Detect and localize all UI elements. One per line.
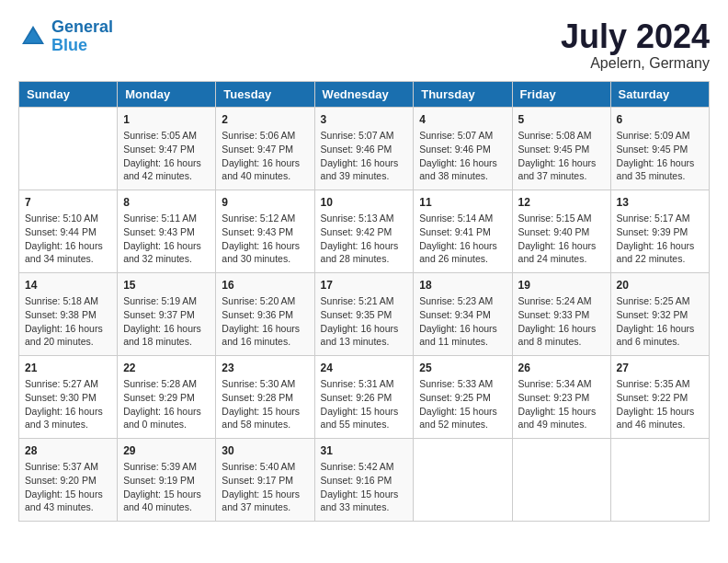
day-number: 25 (419, 361, 506, 376)
day-number: 22 (123, 361, 210, 376)
weekday-header-friday: Friday (512, 81, 610, 107)
calendar-cell: 31Sunrise: 5:42 AM Sunset: 9:16 PM Dayli… (314, 438, 414, 521)
calendar-cell: 17Sunrise: 5:21 AM Sunset: 9:35 PM Dayli… (314, 272, 414, 355)
calendar-cell (610, 438, 709, 521)
day-info: Sunrise: 5:25 AM Sunset: 9:32 PM Dayligh… (617, 294, 703, 349)
week-row-5: 28Sunrise: 5:37 AM Sunset: 9:20 PM Dayli… (19, 438, 710, 521)
day-number: 31 (321, 443, 408, 459)
day-number: 20 (617, 278, 703, 293)
day-number: 23 (222, 361, 308, 376)
weekday-header-tuesday: Tuesday (216, 81, 314, 107)
calendar-cell: 1Sunrise: 5:05 AM Sunset: 9:47 PM Daylig… (118, 107, 216, 190)
day-info: Sunrise: 5:37 AM Sunset: 9:20 PM Dayligh… (25, 460, 111, 514)
calendar-cell: 18Sunrise: 5:23 AM Sunset: 9:34 PM Dayli… (414, 272, 512, 355)
day-number: 7 (25, 195, 111, 211)
month-title: July 2024 (561, 18, 710, 55)
day-number: 28 (25, 443, 111, 459)
calendar-cell: 7Sunrise: 5:10 AM Sunset: 9:44 PM Daylig… (19, 190, 118, 272)
calendar-cell: 16Sunrise: 5:20 AM Sunset: 9:36 PM Dayli… (216, 272, 314, 355)
day-info: Sunrise: 5:06 AM Sunset: 9:47 PM Dayligh… (222, 129, 308, 183)
day-info: Sunrise: 5:17 AM Sunset: 9:39 PM Dayligh… (617, 212, 703, 266)
day-info: Sunrise: 5:19 AM Sunset: 9:37 PM Dayligh… (123, 294, 210, 349)
weekday-header-monday: Monday (118, 81, 216, 107)
day-info: Sunrise: 5:21 AM Sunset: 9:35 PM Dayligh… (321, 294, 408, 349)
day-number: 30 (222, 443, 308, 459)
day-number: 2 (222, 112, 308, 128)
calendar-cell: 5Sunrise: 5:08 AM Sunset: 9:45 PM Daylig… (512, 107, 610, 190)
day-info: Sunrise: 5:07 AM Sunset: 9:46 PM Dayligh… (419, 129, 506, 183)
day-number: 16 (222, 278, 308, 293)
calendar-cell: 30Sunrise: 5:40 AM Sunset: 9:17 PM Dayli… (216, 438, 314, 521)
week-row-4: 21Sunrise: 5:27 AM Sunset: 9:30 PM Dayli… (19, 355, 710, 438)
day-number: 27 (617, 361, 703, 376)
day-number: 24 (321, 361, 408, 376)
day-number: 19 (518, 278, 605, 293)
day-number: 14 (25, 278, 111, 293)
day-number: 9 (222, 195, 308, 211)
calendar-cell: 12Sunrise: 5:15 AM Sunset: 9:40 PM Dayli… (512, 190, 610, 272)
calendar-cell: 14Sunrise: 5:18 AM Sunset: 9:38 PM Dayli… (19, 272, 118, 355)
calendar-cell: 19Sunrise: 5:24 AM Sunset: 9:33 PM Dayli… (512, 272, 610, 355)
calendar-cell: 10Sunrise: 5:13 AM Sunset: 9:42 PM Dayli… (314, 190, 414, 272)
weekday-header-wednesday: Wednesday (314, 81, 414, 107)
calendar-cell: 8Sunrise: 5:11 AM Sunset: 9:43 PM Daylig… (118, 190, 216, 272)
day-number: 4 (419, 112, 506, 128)
title-block: July 2024 Apelern, Germany (561, 18, 710, 72)
day-info: Sunrise: 5:31 AM Sunset: 9:26 PM Dayligh… (321, 377, 408, 431)
calendar-cell (414, 438, 512, 521)
calendar-cell: 27Sunrise: 5:35 AM Sunset: 9:22 PM Dayli… (610, 355, 709, 438)
day-number: 8 (123, 195, 210, 211)
calendar-cell: 25Sunrise: 5:33 AM Sunset: 9:25 PM Dayli… (414, 355, 512, 438)
logo-icon (18, 22, 48, 52)
day-number: 18 (419, 278, 506, 293)
calendar-cell: 6Sunrise: 5:09 AM Sunset: 9:45 PM Daylig… (610, 107, 709, 190)
page-header: GeneralBlue July 2024 Apelern, Germany (18, 18, 710, 72)
calendar-cell: 26Sunrise: 5:34 AM Sunset: 9:23 PM Dayli… (512, 355, 610, 438)
weekday-header-sunday: Sunday (19, 81, 118, 107)
day-number: 6 (617, 112, 703, 128)
day-info: Sunrise: 5:40 AM Sunset: 9:17 PM Dayligh… (222, 460, 308, 514)
day-info: Sunrise: 5:28 AM Sunset: 9:29 PM Dayligh… (123, 377, 210, 431)
calendar-cell: 2Sunrise: 5:06 AM Sunset: 9:47 PM Daylig… (216, 107, 314, 190)
weekday-header-saturday: Saturday (610, 81, 709, 107)
day-info: Sunrise: 5:07 AM Sunset: 9:46 PM Dayligh… (321, 129, 408, 183)
weekday-header-thursday: Thursday (414, 81, 512, 107)
calendar-cell: 21Sunrise: 5:27 AM Sunset: 9:30 PM Dayli… (19, 355, 118, 438)
day-number: 29 (123, 443, 210, 459)
day-info: Sunrise: 5:13 AM Sunset: 9:42 PM Dayligh… (321, 212, 408, 266)
location-subtitle: Apelern, Germany (561, 55, 710, 72)
day-info: Sunrise: 5:15 AM Sunset: 9:40 PM Dayligh… (518, 212, 605, 266)
calendar-cell: 13Sunrise: 5:17 AM Sunset: 9:39 PM Dayli… (610, 190, 709, 272)
day-number: 21 (25, 361, 111, 376)
calendar-cell: 3Sunrise: 5:07 AM Sunset: 9:46 PM Daylig… (314, 107, 414, 190)
day-info: Sunrise: 5:33 AM Sunset: 9:25 PM Dayligh… (419, 377, 506, 431)
calendar-cell: 9Sunrise: 5:12 AM Sunset: 9:43 PM Daylig… (216, 190, 314, 272)
day-info: Sunrise: 5:08 AM Sunset: 9:45 PM Dayligh… (518, 129, 605, 183)
day-info: Sunrise: 5:09 AM Sunset: 9:45 PM Dayligh… (617, 129, 703, 183)
calendar-cell: 28Sunrise: 5:37 AM Sunset: 9:20 PM Dayli… (19, 438, 118, 521)
day-number: 11 (419, 195, 506, 211)
day-info: Sunrise: 5:05 AM Sunset: 9:47 PM Dayligh… (123, 129, 210, 183)
day-number: 13 (617, 195, 703, 211)
calendar-cell: 24Sunrise: 5:31 AM Sunset: 9:26 PM Dayli… (314, 355, 414, 438)
day-number: 26 (518, 361, 605, 376)
weekday-header-row: SundayMondayTuesdayWednesdayThursdayFrid… (19, 81, 710, 107)
logo: GeneralBlue (18, 18, 113, 55)
day-info: Sunrise: 5:27 AM Sunset: 9:30 PM Dayligh… (25, 377, 111, 431)
day-number: 10 (321, 195, 408, 211)
calendar-cell: 20Sunrise: 5:25 AM Sunset: 9:32 PM Dayli… (610, 272, 709, 355)
day-info: Sunrise: 5:14 AM Sunset: 9:41 PM Dayligh… (419, 212, 506, 266)
calendar-cell: 15Sunrise: 5:19 AM Sunset: 9:37 PM Dayli… (118, 272, 216, 355)
day-info: Sunrise: 5:20 AM Sunset: 9:36 PM Dayligh… (222, 294, 308, 349)
calendar-cell: 29Sunrise: 5:39 AM Sunset: 9:19 PM Dayli… (118, 438, 216, 521)
calendar-cell: 23Sunrise: 5:30 AM Sunset: 9:28 PM Dayli… (216, 355, 314, 438)
day-info: Sunrise: 5:23 AM Sunset: 9:34 PM Dayligh… (419, 294, 506, 349)
calendar-table: SundayMondayTuesdayWednesdayThursdayFrid… (18, 81, 710, 522)
calendar-cell: 22Sunrise: 5:28 AM Sunset: 9:29 PM Dayli… (118, 355, 216, 438)
day-number: 12 (518, 195, 605, 211)
day-info: Sunrise: 5:30 AM Sunset: 9:28 PM Dayligh… (222, 377, 308, 431)
logo-text: GeneralBlue (51, 18, 113, 55)
week-row-3: 14Sunrise: 5:18 AM Sunset: 9:38 PM Dayli… (19, 272, 710, 355)
day-number: 5 (518, 112, 605, 128)
day-info: Sunrise: 5:42 AM Sunset: 9:16 PM Dayligh… (321, 460, 408, 514)
